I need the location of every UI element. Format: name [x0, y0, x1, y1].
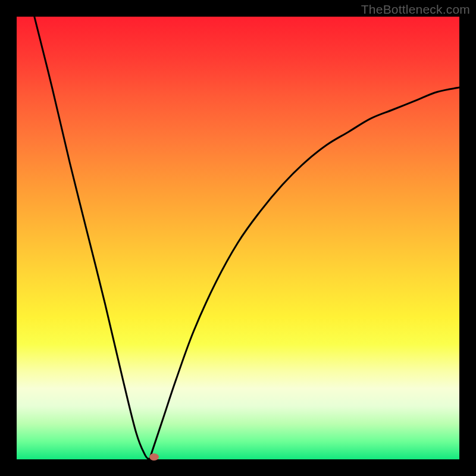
plot-area [17, 17, 459, 459]
watermark-text: TheBottleneck.com [361, 2, 470, 17]
minimum-marker [149, 453, 159, 461]
chart-frame: TheBottleneck.com [0, 0, 476, 476]
curve-left-branch [35, 17, 149, 459]
curve-right-branch [149, 87, 459, 459]
bottleneck-curve [17, 17, 459, 459]
